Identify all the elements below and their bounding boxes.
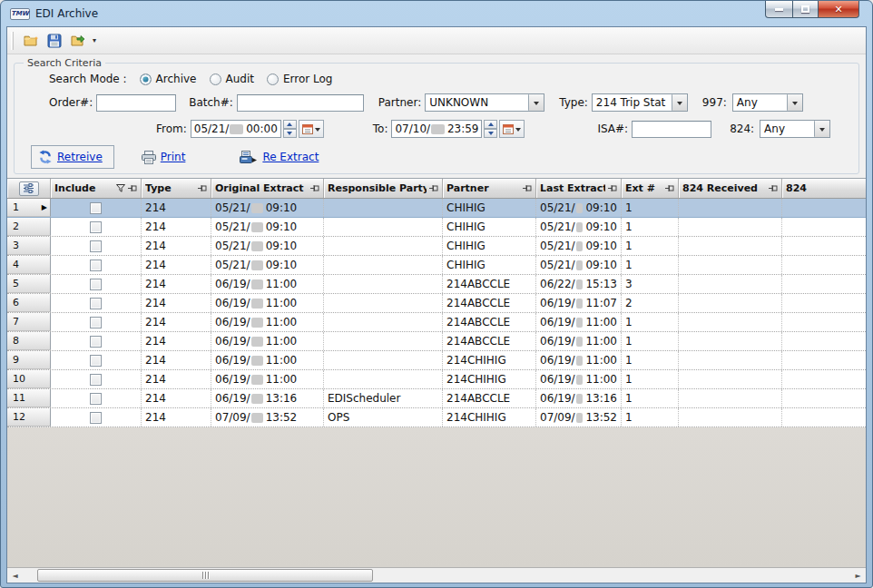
include-checkbox[interactable] bbox=[90, 279, 102, 290]
spin-up-icon[interactable] bbox=[283, 120, 297, 129]
pin-icon[interactable] bbox=[310, 184, 319, 192]
column-header-last-extract[interactable]: Last Extract bbox=[536, 179, 622, 198]
include-checkbox[interactable] bbox=[90, 221, 102, 233]
to-calendar-button[interactable] bbox=[499, 120, 525, 138]
print-button[interactable]: Print bbox=[142, 151, 186, 164]
pin-icon[interactable] bbox=[665, 184, 674, 192]
row-header[interactable]: 3 bbox=[7, 237, 51, 255]
from-calendar-button[interactable] bbox=[299, 120, 324, 138]
pin-icon[interactable] bbox=[769, 184, 778, 192]
pin-icon[interactable] bbox=[608, 184, 617, 192]
pin-icon[interactable] bbox=[128, 184, 137, 192]
to-date-input[interactable]: 07/10/23:59 bbox=[391, 120, 482, 138]
row-header[interactable]: 5 bbox=[7, 275, 51, 293]
table-row[interactable]: 521406/19/11:00214ABCCLE06/22/15:133 bbox=[7, 275, 866, 294]
include-checkbox[interactable] bbox=[90, 374, 102, 386]
column-header-ext[interactable]: Ext # bbox=[622, 179, 679, 198]
type-select[interactable]: 214 Trip Stat bbox=[592, 93, 688, 112]
s824-dropdown-button[interactable] bbox=[814, 121, 829, 137]
column-header-824-received[interactable]: 824 Received bbox=[679, 179, 782, 198]
close-button[interactable]: ✕ bbox=[819, 1, 859, 18]
row-header[interactable]: 8 bbox=[7, 332, 51, 350]
time-text: 11:00 bbox=[266, 278, 298, 290]
include-checkbox[interactable] bbox=[90, 240, 102, 252]
minimize-button[interactable] bbox=[765, 1, 793, 18]
to-date-spinner[interactable] bbox=[484, 120, 497, 138]
row-header[interactable]: 2 bbox=[7, 218, 51, 236]
to-date-value: 07/10/ bbox=[395, 122, 430, 135]
column-header-824[interactable]: 824 bbox=[782, 179, 866, 198]
maximize-button[interactable] bbox=[793, 1, 819, 18]
include-checkbox[interactable] bbox=[90, 260, 102, 271]
window-client-area: ▾ Search Criteria Search Mode : Archive … bbox=[6, 26, 867, 583]
include-checkbox[interactable] bbox=[90, 393, 102, 405]
redacted-year bbox=[251, 203, 263, 213]
row-header[interactable]: 1▶ bbox=[7, 199, 51, 217]
horizontal-scrollbar[interactable]: ◄ ► bbox=[7, 567, 866, 583]
cell-original-extract: 05/21/09:10 bbox=[211, 199, 324, 217]
table-row[interactable]: 1121406/19/13:16EDIScheduler214ABCCLE06/… bbox=[7, 389, 866, 408]
row-header[interactable]: 6 bbox=[7, 294, 51, 312]
cell-include bbox=[51, 389, 142, 407]
include-checkbox[interactable] bbox=[90, 298, 102, 309]
spin-down-icon[interactable] bbox=[484, 129, 497, 138]
include-checkbox[interactable] bbox=[90, 412, 102, 424]
row-header[interactable]: 4 bbox=[7, 256, 51, 274]
include-checkbox[interactable] bbox=[90, 317, 102, 328]
row-header[interactable]: 9 bbox=[7, 351, 51, 369]
search-mode-option[interactable]: Audit bbox=[210, 73, 254, 85]
order-input[interactable] bbox=[96, 94, 176, 112]
pin-icon[interactable] bbox=[523, 184, 532, 192]
partner-dropdown-button[interactable] bbox=[528, 94, 544, 111]
row-number: 9 bbox=[13, 354, 47, 366]
spin-down-icon[interactable] bbox=[283, 129, 297, 138]
search-mode-option[interactable]: Archive bbox=[140, 73, 197, 85]
column-header-responsible-party[interactable]: Responsible Party bbox=[324, 179, 443, 198]
partner-select[interactable]: UNKNOWN bbox=[425, 93, 544, 112]
isa-input[interactable] bbox=[632, 121, 711, 138]
spin-up-icon[interactable] bbox=[484, 120, 497, 129]
table-row[interactable]: 621406/19/11:00214ABCCLE06/19/11:072 bbox=[7, 294, 866, 313]
s997-dropdown-button[interactable] bbox=[787, 94, 802, 111]
re-extract-button[interactable]: Re Extract bbox=[240, 150, 319, 164]
column-header-partner[interactable]: Partner bbox=[443, 179, 536, 198]
scroll-right-arrow[interactable]: ► bbox=[850, 568, 866, 583]
s997-select[interactable]: Any bbox=[732, 93, 803, 112]
pin-icon[interactable] bbox=[198, 184, 207, 192]
table-row[interactable]: 421405/21/09:10CHIHIG05/21/09:101 bbox=[7, 256, 866, 275]
table-row[interactable]: 1▶21405/21/09:10CHIHIG05/21/09:101 bbox=[7, 199, 866, 218]
batch-input[interactable] bbox=[237, 94, 364, 112]
table-row[interactable]: 921406/19/11:00214CHIHIG06/19/11:001 bbox=[7, 351, 866, 370]
search-mode-option[interactable]: Error Log bbox=[267, 73, 333, 85]
type-dropdown-button[interactable] bbox=[672, 94, 687, 111]
retrieve-button[interactable]: Retreive bbox=[31, 145, 114, 169]
include-checkbox[interactable] bbox=[90, 202, 102, 214]
table-row[interactable]: 821406/19/11:00214ABCCLE06/19/11:001 bbox=[7, 332, 866, 351]
from-date-input[interactable]: 05/21/00:00 bbox=[191, 120, 281, 138]
toolbar-overflow-dropdown[interactable]: ▾ bbox=[93, 36, 96, 44]
save-button[interactable] bbox=[44, 30, 65, 52]
pin-icon[interactable] bbox=[429, 184, 438, 192]
column-header-include[interactable]: Include bbox=[51, 179, 142, 198]
export-button[interactable] bbox=[67, 30, 89, 52]
column-header-type[interactable]: Type bbox=[142, 179, 211, 198]
include-checkbox[interactable] bbox=[90, 355, 102, 367]
table-row[interactable]: 221405/21/09:10CHIHIG05/21/09:101 bbox=[7, 218, 866, 237]
row-header[interactable]: 12 bbox=[7, 408, 51, 426]
row-header[interactable]: 10 bbox=[7, 370, 51, 388]
row-header[interactable]: 7 bbox=[7, 313, 51, 331]
from-date-spinner[interactable] bbox=[283, 120, 297, 138]
filter-icon[interactable] bbox=[116, 184, 125, 192]
row-header[interactable]: 11 bbox=[7, 389, 51, 407]
scrollbar-thumb[interactable] bbox=[37, 569, 373, 582]
table-row[interactable]: 721406/19/11:00214ABCCLE06/19/11:001 bbox=[7, 313, 866, 332]
include-checkbox[interactable] bbox=[90, 336, 102, 348]
scroll-left-arrow[interactable]: ◄ bbox=[7, 568, 23, 583]
column-chooser-button[interactable] bbox=[19, 181, 39, 196]
table-row[interactable]: 1021406/19/11:00214CHIHIG06/19/11:001 bbox=[7, 370, 866, 389]
s824-select[interactable]: Any bbox=[760, 120, 830, 138]
table-row[interactable]: 1221407/09/13:52OPS214CHIHIG07/09/13:521 bbox=[7, 408, 866, 427]
column-header-original-extract[interactable]: Original Extract bbox=[211, 179, 324, 198]
open-button[interactable] bbox=[20, 30, 42, 52]
table-row[interactable]: 321405/21/09:10CHIHIG05/21/09:101 bbox=[7, 237, 866, 256]
